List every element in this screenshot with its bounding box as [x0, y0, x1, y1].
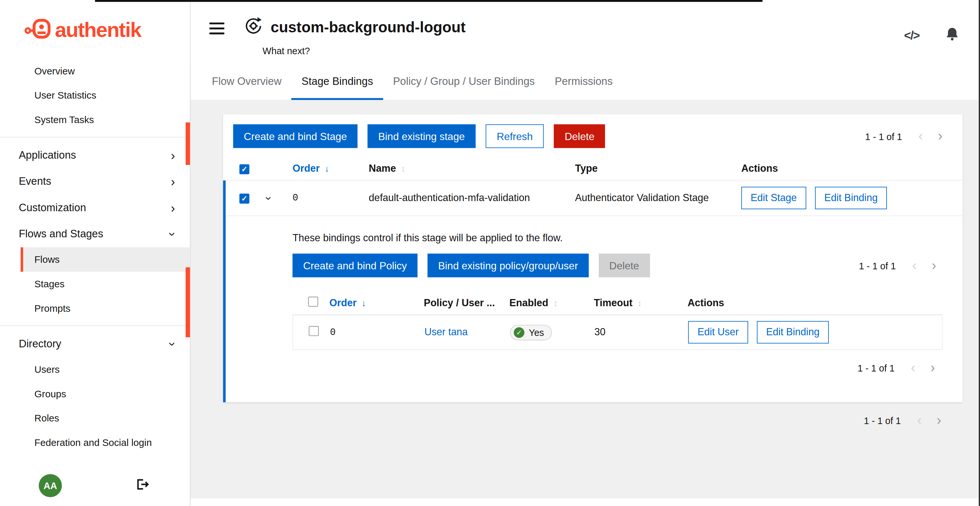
- select-all-checkbox[interactable]: [239, 164, 250, 174]
- refresh-button[interactable]: Refresh: [485, 124, 544, 148]
- sidebar-item-groups[interactable]: Groups: [21, 382, 190, 406]
- sidebar-item-stages[interactable]: Stages: [21, 271, 190, 296]
- order-header-label: Order: [293, 163, 320, 173]
- stage-pagination: 1 - 1 of 1 ‹ ›: [865, 129, 950, 143]
- binding-description: These bindings control if this stage wil…: [293, 232, 944, 244]
- column-header-name[interactable]: Name↕: [369, 163, 575, 174]
- flow-icon: [244, 16, 263, 38]
- window-chrome-line: [95, 0, 762, 2]
- name-header-label: Name: [369, 163, 396, 173]
- authentik-admin-screen: authentik Overview User Statistics Syste…: [0, 0, 980, 506]
- page-title: custom-background-logout: [270, 18, 466, 36]
- tab-bar: Flow Overview Stage Bindings Policy / Gr…: [191, 65, 980, 100]
- sidebar-group-applications[interactable]: Applications ›: [0, 142, 190, 168]
- sidebar-group-directory-label: Directory: [19, 338, 61, 350]
- chevron-down-icon: ›: [167, 232, 179, 236]
- create-and-bind-stage-button[interactable]: Create and bind Stage: [233, 124, 358, 148]
- sidebar-group-events-label: Events: [19, 176, 51, 188]
- stage-table-header: Order↓ Name↕ Type Actions: [223, 157, 963, 181]
- sidebar-group-directory[interactable]: Directory ›: [0, 331, 190, 357]
- column-header-policy-user: Policy / User ...: [424, 297, 509, 308]
- column-header-order[interactable]: Order↓: [329, 297, 424, 308]
- pagination-next-icon[interactable]: ›: [924, 259, 944, 272]
- sidebar-item-federation-social-login[interactable]: Federation and Social login: [21, 430, 190, 455]
- user-link[interactable]: User tana: [424, 327, 468, 338]
- order-header-label: Order: [329, 297, 356, 308]
- authentik-logo[interactable]: authentik: [0, 17, 190, 43]
- sidebar-item-flows[interactable]: Flows: [21, 247, 190, 272]
- sort-icon: ↕: [554, 298, 558, 308]
- policy-binding-row[interactable]: 0 User tana ✓ Yes 30: [293, 315, 942, 350]
- timeout-header-label: Timeout: [594, 297, 633, 308]
- sidebar-scrollbar-segment[interactable]: [186, 267, 190, 337]
- stage-binding-row[interactable]: › 0 default-authentication-mfa-validatio…: [226, 181, 963, 216]
- policy-table-header: Order↓ Policy / User ... Enabled↕ Timeou…: [293, 291, 942, 315]
- sidebar-divider: [0, 137, 190, 138]
- column-header-actions: Actions: [741, 163, 963, 174]
- row-checkbox[interactable]: [239, 194, 250, 204]
- column-header-enabled[interactable]: Enabled↕: [509, 297, 593, 308]
- row-type: Authenticator Validation Stage: [575, 192, 741, 203]
- pagination-label: 1 - 1 of 1: [859, 260, 896, 271]
- tab-permissions[interactable]: Permissions: [545, 65, 623, 100]
- pagination-prev-icon[interactable]: ‹: [905, 259, 924, 272]
- column-header-order[interactable]: Order↓: [293, 163, 369, 174]
- logout-icon[interactable]: [135, 477, 149, 494]
- content-area: Create and bind Stage Bind existing stag…: [191, 100, 980, 498]
- api-code-icon[interactable]: </>: [904, 29, 920, 42]
- sort-descending-icon: ↓: [362, 298, 366, 308]
- notifications-bell-icon[interactable]: [944, 26, 960, 44]
- sidebar-group-flows-and-stages-label: Flows and Stages: [19, 228, 103, 240]
- chevron-right-icon: ›: [171, 149, 175, 162]
- expanded-row-region: › 0 default-authentication-mfa-validatio…: [223, 181, 963, 402]
- pagination-next-icon[interactable]: ›: [923, 361, 942, 375]
- row-checkbox[interactable]: [309, 326, 319, 336]
- sort-descending-icon: ↓: [325, 163, 329, 173]
- delete-button[interactable]: Delete: [554, 124, 605, 148]
- sidebar-item-roles[interactable]: Roles: [21, 406, 190, 431]
- edit-binding-button[interactable]: Edit Binding: [757, 321, 829, 343]
- edit-stage-button[interactable]: Edit Stage: [741, 187, 806, 209]
- tab-policy-group-user-bindings[interactable]: Policy / Group / User Bindings: [383, 65, 545, 100]
- sidebar-group-flows-and-stages[interactable]: Flows and Stages ›: [0, 221, 190, 247]
- page-header: custom-background-logout What next? </>: [191, 0, 980, 65]
- sidebar-item-users[interactable]: Users: [21, 357, 190, 382]
- sidebar-item-user-statistics[interactable]: User Statistics: [0, 83, 190, 108]
- chevron-right-icon: ›: [171, 176, 175, 188]
- row-expander-chevron-icon[interactable]: ›: [262, 196, 275, 200]
- menu-toggle-icon[interactable]: [209, 22, 224, 34]
- edit-user-button[interactable]: Edit User: [688, 321, 748, 343]
- sidebar: authentik Overview User Statistics Syste…: [0, 0, 191, 506]
- policy-bindings-table: Order↓ Policy / User ... Enabled↕ Timeou…: [293, 291, 942, 350]
- sort-icon: ↕: [637, 298, 641, 308]
- column-header-actions: Actions: [687, 297, 943, 308]
- pagination-prev-icon[interactable]: ‹: [903, 361, 923, 375]
- pagination-prev-icon[interactable]: ‹: [911, 129, 930, 143]
- pagination-prev-icon[interactable]: ‹: [910, 414, 929, 427]
- page-subtitle: What next?: [262, 46, 963, 57]
- enabled-status-label: Yes: [529, 327, 544, 338]
- authentik-logo-icon: [24, 17, 51, 43]
- tab-flow-overview[interactable]: Flow Overview: [202, 65, 291, 100]
- sidebar-scrollbar-segment[interactable]: [186, 122, 190, 165]
- pagination-label: 1 - 1 of 1: [865, 131, 902, 142]
- sidebar-item-overview[interactable]: Overview: [0, 59, 190, 83]
- bind-existing-policy-button[interactable]: Bind existing policy/group/user: [428, 254, 589, 278]
- create-and-bind-policy-button[interactable]: Create and bind Policy: [293, 254, 417, 278]
- pagination-next-icon[interactable]: ›: [930, 129, 950, 143]
- sidebar-group-customization[interactable]: Customization ›: [0, 195, 190, 221]
- sidebar-item-prompts[interactable]: Prompts: [21, 296, 190, 320]
- pagination-next-icon[interactable]: ›: [929, 414, 949, 427]
- sidebar-item-system-tasks[interactable]: System Tasks: [0, 108, 190, 132]
- sidebar-group-events[interactable]: Events ›: [0, 169, 190, 195]
- column-header-timeout[interactable]: Timeout↕: [594, 297, 687, 308]
- avatar[interactable]: AA: [39, 474, 62, 497]
- bind-existing-stage-button[interactable]: Bind existing stage: [368, 124, 475, 148]
- policy-select-all-checkbox[interactable]: [308, 297, 318, 306]
- window-edge-line: [979, 0, 980, 506]
- edit-binding-button[interactable]: Edit Binding: [815, 187, 887, 209]
- tab-stage-bindings[interactable]: Stage Bindings: [291, 65, 383, 100]
- policy-delete-button[interactable]: Delete: [599, 254, 650, 278]
- authentik-wordmark: authentik: [55, 18, 141, 42]
- row-name: default-authentication-mfa-validation: [369, 192, 575, 203]
